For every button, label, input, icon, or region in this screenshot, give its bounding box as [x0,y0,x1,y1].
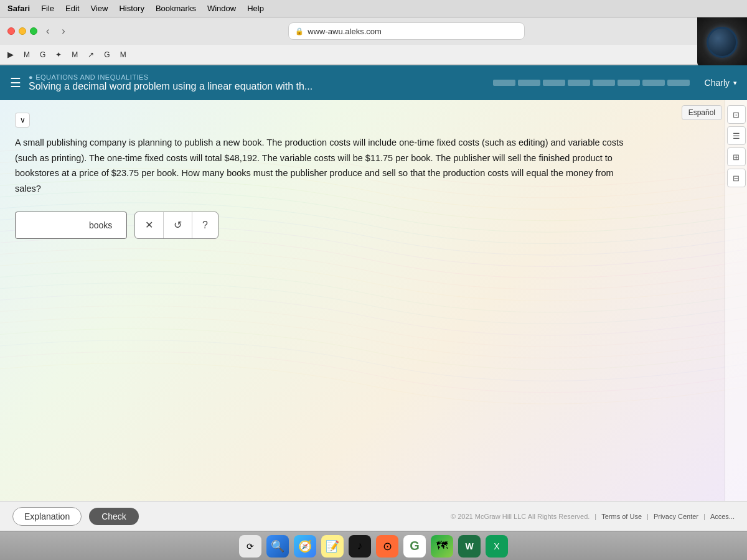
menu-window[interactable]: Window [207,4,236,13]
dock-item-5[interactable]: ⊙ [376,535,398,558]
undo-icon: ↺ [174,219,182,231]
bottom-left: Explanation Check [12,507,139,526]
explanation-button[interactable]: Explanation [12,507,82,526]
progress-seg-3 [543,80,565,86]
topic-title: Solving a decimal word problem using a l… [29,81,486,92]
lock-icon: 🔒 [295,27,304,35]
progress-bar [493,80,690,86]
app-name: Safari [7,4,30,13]
dock-item-1[interactable]: ⟳ [239,535,261,558]
menu-file[interactable]: File [41,4,54,13]
menu-history[interactable]: History [119,4,144,13]
question-content: ∨ A small publishing company is planning… [15,113,732,239]
chevron-up-icon: ∨ [20,116,26,124]
undo-button[interactable]: ↺ [164,212,192,238]
address-bar-container: 🔒 www-awu.aleks.com [74,22,740,40]
answer-unit: books [89,220,112,230]
dock-item-safari[interactable]: 🧭 [294,535,316,558]
radio-icon: ● [29,73,33,81]
camera-area [697,17,747,67]
bookmarks-bar: ▶ M G ✦ M ↗ G M A ALEKS -... [0,45,747,65]
bookmark-item-1[interactable]: ▶ [7,50,14,59]
copyright-text: © 2021 McGraw Hill LLC All Rights Reserv… [451,513,590,520]
aleks-page: ☰ ● EQUATIONS AND INEQUALITIES Solving a… [0,65,747,531]
menu-bookmarks[interactable]: Bookmarks [156,4,196,13]
separator-3: | [703,513,705,520]
mac-menubar: Safari File Edit View History Bookmarks … [0,0,747,17]
minimize-button[interactable] [19,27,26,35]
dock-item-music[interactable]: ♪ [349,535,371,558]
side-icon-1: ⊡ [733,110,740,119]
menu-view[interactable]: View [91,4,108,13]
question-area: ∨ A small publishing company is planning… [0,100,747,501]
browser-chrome: ‹ › 🔒 www-awu.aleks.com ▶ M G ✦ M ↗ G [0,17,747,65]
answer-row: books ✕ ↺ ? [15,212,732,239]
bookmark-item-3[interactable]: G [40,50,45,59]
dock-item-g[interactable]: G [403,535,426,558]
browser-toolbar: ‹ › 🔒 www-awu.aleks.com [0,17,747,45]
aleks-topic: ● EQUATIONS AND INEQUALITIES Solving a d… [29,73,486,92]
bookmark-label-star: ✦ [55,50,62,59]
dock-item-maps[interactable]: 🗺 [431,535,453,558]
progress-seg-2 [518,80,540,86]
bookmark-item-8[interactable]: M [120,50,126,59]
camera-lens [707,27,738,58]
bottom-bar: Explanation Check © 2021 McGraw Hill LLC… [0,501,747,531]
chevron-down-icon: ▾ [733,79,737,87]
bookmark-item-7[interactable]: G [104,50,110,59]
progress-seg-4 [568,80,590,86]
x-icon: ✕ [145,219,153,231]
progress-seg-7 [642,80,665,86]
dock-item-sheets[interactable]: X [486,535,508,558]
bookmark-label-m2: M [72,50,78,59]
bookmark-label-m3: M [120,50,126,59]
separator-1: | [594,513,596,520]
menu-edit[interactable]: Edit [65,4,79,13]
url-text: www-awu.aleks.com [308,27,381,36]
side-icon-4: ⊟ [733,174,740,183]
access-link[interactable]: Acces... [710,513,735,520]
progress-seg-5 [593,80,615,86]
progress-seg-6 [618,80,640,86]
question-mark-icon: ? [202,220,208,231]
hamburger-menu[interactable]: ☰ [10,75,21,90]
forward-button[interactable]: › [58,24,68,38]
maximize-button[interactable] [30,27,37,35]
cancel-button[interactable]: ✕ [135,212,164,238]
bookmark-label-arrow: ↗ [88,50,94,59]
help-button[interactable]: ? [192,212,218,238]
problem-text: A small publishing company is planning t… [15,135,625,197]
progress-seg-1 [493,80,515,86]
back-button[interactable]: ‹ [42,24,53,38]
bookmark-item-4[interactable]: ✦ [55,50,62,59]
dock-item-finder[interactable]: 🔍 [266,535,289,558]
footer-links: © 2021 McGraw Hill LLC All Rights Reserv… [451,513,735,520]
bookmark-icon-1: ▶ [7,50,14,59]
address-bar[interactable]: 🔒 www-awu.aleks.com [288,22,525,40]
side-icon-2: ☰ [733,131,740,141]
user-name: Charly [705,78,730,88]
menu-help[interactable]: Help [247,4,264,13]
bookmark-item-2[interactable]: M [24,50,30,59]
progress-seg-8 [667,80,690,86]
answer-input[interactable] [22,220,84,230]
answer-input-box[interactable]: books [15,212,127,239]
dock-item-notes[interactable]: 📝 [321,535,344,558]
bookmark-item-6[interactable]: ↗ [88,50,94,59]
bookmark-item-5[interactable]: M [72,50,78,59]
dock-item-excel[interactable]: W [458,535,481,558]
check-button[interactable]: Check [89,508,139,525]
close-button[interactable] [7,27,15,35]
aleks-topbar: ☰ ● EQUATIONS AND INEQUALITIES Solving a… [0,65,747,100]
bookmark-label-m1: M [24,50,30,59]
user-area[interactable]: Charly ▾ [705,78,737,88]
bookmark-label-g2: G [104,50,110,59]
terms-link[interactable]: Terms of Use [601,513,642,520]
bookmark-label-g: G [40,50,45,59]
topic-category: ● EQUATIONS AND INEQUALITIES [29,73,486,81]
traffic-lights [7,27,37,35]
side-icon-3: ⊞ [733,152,740,162]
collapse-button[interactable]: ∨ [15,113,30,128]
mac-dock: ⟳ 🔍 🧭 📝 ♪ ⊙ G 🗺 W X [0,531,747,560]
privacy-link[interactable]: Privacy Center [654,513,698,520]
